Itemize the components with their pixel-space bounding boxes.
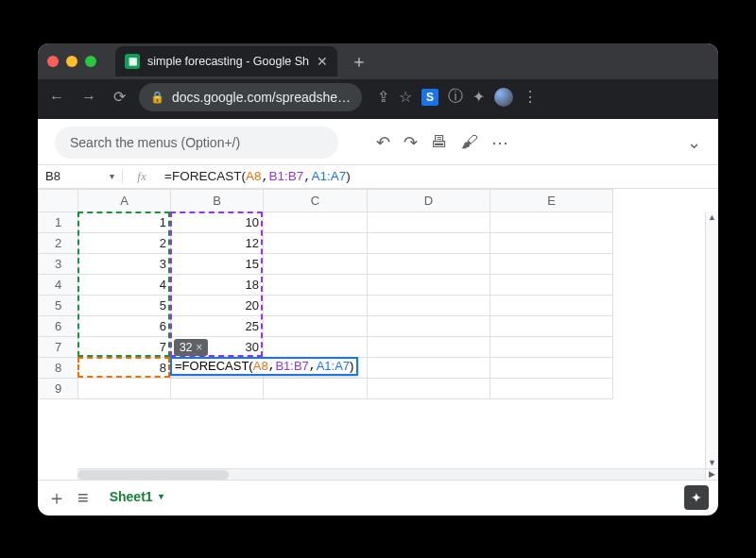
cell[interactable] (264, 315, 368, 336)
forward-button[interactable]: → (77, 87, 100, 108)
maximize-window-button[interactable] (85, 56, 96, 67)
extension-icon[interactable]: S (421, 89, 438, 106)
col-header[interactable]: D (368, 189, 490, 211)
column-headers: A B C D E (39, 189, 613, 211)
sheet-tab[interactable]: Sheet1 ▾ (100, 483, 173, 513)
cell[interactable] (490, 274, 613, 295)
hint-close-icon[interactable]: × (196, 341, 202, 354)
cell[interactable] (264, 295, 368, 315)
scroll-up-icon[interactable]: ▲ (708, 211, 716, 223)
profile-avatar[interactable] (494, 88, 513, 107)
cell[interactable] (264, 211, 368, 232)
cell[interactable] (264, 232, 368, 253)
cell[interactable] (171, 378, 264, 398)
spreadsheet-grid[interactable]: A B C D E 1110 2212 3315 4418 5520 6625 … (38, 189, 718, 480)
minimize-window-button[interactable] (66, 56, 77, 67)
cell[interactable]: 8 (78, 357, 171, 378)
cell[interactable] (368, 232, 490, 253)
print-button[interactable]: 🖶 (431, 132, 448, 152)
undo-button[interactable]: ↶ (376, 132, 390, 153)
reload-button[interactable]: ⟳ (110, 86, 129, 108)
scroll-down-icon[interactable]: ▼ (708, 457, 716, 468)
cell[interactable] (490, 295, 613, 315)
cell[interactable] (368, 315, 490, 336)
explore-button[interactable]: ✦ (684, 485, 709, 510)
kebab-menu-icon[interactable]: ⋮ (523, 88, 538, 106)
cell[interactable] (368, 378, 490, 398)
address-bar[interactable]: 🔒 docs.google.com/spreadshe… (139, 83, 362, 111)
cell[interactable]: 3 (78, 253, 171, 274)
formula-input[interactable]: =FORECAST(A8,B1:B7,A1:A7) (161, 169, 718, 184)
cell[interactable] (368, 336, 490, 357)
col-header[interactable]: B (171, 189, 264, 211)
row-header[interactable]: 3 (39, 253, 78, 274)
browser-tab[interactable]: ▦ simple forecasting - Google Sh ✕ (115, 46, 337, 76)
share-icon[interactable]: ⇪ (377, 88, 389, 106)
scrollbar-thumb[interactable] (77, 470, 229, 480)
cell[interactable]: 6 (78, 315, 171, 336)
cell[interactable] (490, 378, 613, 398)
row-header[interactable]: 7 (39, 336, 78, 357)
name-box[interactable]: B8 ▾ (38, 169, 123, 183)
collapse-toolbar-button[interactable]: ⌄ (687, 132, 701, 153)
cell[interactable] (490, 336, 613, 357)
add-sheet-button[interactable]: ＋ (47, 485, 66, 511)
sheet-tab-menu-icon[interactable]: ▾ (159, 491, 163, 501)
cell[interactable] (264, 336, 368, 357)
cell[interactable] (264, 253, 368, 274)
row-header[interactable]: 2 (39, 232, 78, 253)
redo-button[interactable]: ↷ (404, 132, 418, 153)
cell[interactable] (490, 211, 613, 232)
cell[interactable] (490, 315, 613, 336)
new-tab-button[interactable]: ＋ (345, 50, 373, 73)
close-window-button[interactable] (47, 56, 59, 67)
cell[interactable]: 4 (78, 274, 171, 295)
col-header[interactable]: C (264, 189, 368, 211)
info-icon[interactable]: ⓘ (448, 87, 463, 107)
paint-format-button[interactable]: 🖌 (461, 132, 478, 152)
row-header[interactable]: 6 (39, 315, 78, 336)
cell[interactable] (490, 253, 613, 274)
cell[interactable] (490, 232, 613, 253)
cell[interactable]: 1 (78, 211, 171, 232)
col-header[interactable]: A (78, 189, 171, 211)
cell[interactable] (368, 253, 490, 274)
select-all-corner[interactable] (39, 189, 78, 211)
window-controls (47, 56, 96, 67)
cell[interactable] (368, 357, 490, 378)
row-header[interactable]: 1 (39, 211, 78, 232)
cell[interactable] (368, 211, 490, 232)
cell[interactable] (368, 274, 490, 295)
cell[interactable]: 25 (171, 315, 264, 336)
row-header[interactable]: 4 (39, 274, 78, 295)
name-box-dropdown-icon[interactable]: ▾ (110, 171, 114, 181)
col-header[interactable]: E (490, 189, 613, 211)
star-icon[interactable]: ☆ (399, 88, 412, 106)
cell[interactable]: 7 (78, 336, 171, 357)
cell[interactable] (78, 378, 171, 398)
cell[interactable] (264, 274, 368, 295)
active-cell-editor[interactable]: =FORECAST(A8,B1:B7,A1:A7) (170, 357, 358, 376)
row-header[interactable]: 8 (39, 357, 78, 378)
vertical-scrollbar[interactable]: ▲ ▼ (705, 211, 718, 468)
cell[interactable]: 12 (171, 232, 264, 253)
cell[interactable]: 15 (171, 253, 264, 274)
cell[interactable]: 20 (171, 295, 264, 315)
horizontal-scrollbar[interactable] (77, 468, 705, 480)
cell[interactable]: 2 (78, 232, 171, 253)
menu-search[interactable]: Search the menus (Option+/) (55, 127, 338, 159)
cell[interactable] (368, 295, 490, 315)
extensions-puzzle-icon[interactable]: ✦ (472, 88, 485, 106)
close-tab-icon[interactable]: ✕ (317, 54, 328, 69)
cell[interactable]: 5 (78, 295, 171, 315)
all-sheets-button[interactable]: ≡ (77, 487, 89, 509)
row-header[interactable]: 9 (39, 378, 78, 398)
scroll-right-icon[interactable]: ▶ (705, 468, 718, 480)
cell[interactable]: 18 (171, 274, 264, 295)
cell[interactable]: 10 (171, 211, 264, 232)
cell[interactable] (490, 357, 613, 378)
cell[interactable] (264, 378, 368, 398)
more-toolbar-button[interactable]: ⋯ (491, 132, 510, 153)
back-button[interactable]: ← (45, 87, 68, 108)
row-header[interactable]: 5 (39, 295, 78, 315)
